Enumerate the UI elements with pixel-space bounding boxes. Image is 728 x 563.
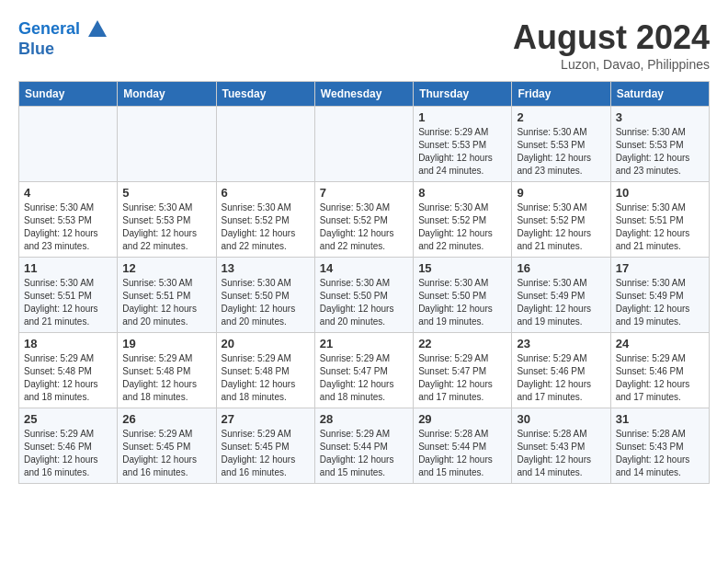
day-info: Sunrise: 5:29 AM Sunset: 5:47 PM Dayligh… (320, 352, 408, 404)
day-number: 5 (122, 186, 210, 200)
calendar-week-1: 4Sunrise: 5:30 AM Sunset: 5:53 PM Daylig… (19, 182, 710, 258)
month-year: August 2024 (513, 18, 710, 57)
calendar-cell: 14Sunrise: 5:30 AM Sunset: 5:50 PM Dayli… (314, 258, 413, 333)
calendar-cell: 29Sunrise: 5:28 AM Sunset: 5:44 PM Dayli… (414, 408, 512, 484)
calendar-cell: 8Sunrise: 5:30 AM Sunset: 5:52 PM Daylig… (414, 182, 512, 258)
weekday-header-sunday: Sunday (19, 82, 118, 107)
day-number: 29 (418, 412, 506, 426)
day-number: 23 (517, 337, 605, 350)
calendar-cell: 21Sunrise: 5:29 AM Sunset: 5:47 PM Dayli… (314, 333, 413, 408)
day-number: 24 (616, 337, 704, 350)
day-info: Sunrise: 5:30 AM Sunset: 5:51 PM Dayligh… (616, 201, 704, 253)
day-info: Sunrise: 5:29 AM Sunset: 5:46 PM Dayligh… (517, 352, 605, 404)
day-info: Sunrise: 5:29 AM Sunset: 5:46 PM Dayligh… (24, 428, 112, 479)
day-info: Sunrise: 5:29 AM Sunset: 5:48 PM Dayligh… (24, 352, 112, 404)
day-info: Sunrise: 5:30 AM Sunset: 5:52 PM Dayligh… (222, 201, 310, 253)
day-info: Sunrise: 5:29 AM Sunset: 5:45 PM Dayligh… (122, 428, 210, 479)
page-header: General Blue August 2024 Luzon, Davao, P… (18, 18, 710, 72)
calendar-cell (216, 107, 314, 182)
day-number: 12 (122, 261, 210, 275)
day-number: 20 (222, 337, 310, 350)
day-number: 9 (517, 186, 605, 200)
day-number: 2 (517, 110, 605, 124)
day-info: Sunrise: 5:29 AM Sunset: 5:44 PM Dayligh… (320, 428, 408, 479)
svg-marker-0 (88, 20, 107, 37)
day-info: Sunrise: 5:28 AM Sunset: 5:44 PM Dayligh… (418, 428, 506, 479)
calendar-cell: 3Sunrise: 5:30 AM Sunset: 5:53 PM Daylig… (610, 107, 709, 182)
day-number: 7 (320, 186, 408, 200)
day-number: 25 (24, 412, 112, 426)
day-info: Sunrise: 5:30 AM Sunset: 5:53 PM Dayligh… (517, 126, 605, 178)
weekday-header-saturday: Saturday (610, 82, 709, 107)
calendar-cell (314, 107, 413, 182)
calendar-cell (19, 107, 118, 182)
weekday-header-friday: Friday (512, 82, 610, 107)
calendar-cell: 17Sunrise: 5:30 AM Sunset: 5:49 PM Dayli… (610, 258, 709, 333)
calendar-cell: 22Sunrise: 5:29 AM Sunset: 5:47 PM Dayli… (414, 333, 512, 408)
calendar-cell: 16Sunrise: 5:30 AM Sunset: 5:49 PM Dayli… (512, 258, 610, 333)
day-number: 22 (418, 337, 506, 350)
calendar-cell: 25Sunrise: 5:29 AM Sunset: 5:46 PM Dayli… (19, 408, 118, 484)
day-number: 19 (122, 337, 210, 350)
day-info: Sunrise: 5:30 AM Sunset: 5:52 PM Dayligh… (418, 201, 506, 253)
logo: General Blue (18, 18, 108, 59)
calendar-cell: 19Sunrise: 5:29 AM Sunset: 5:48 PM Dayli… (118, 333, 216, 408)
calendar-cell: 26Sunrise: 5:29 AM Sunset: 5:45 PM Dayli… (118, 408, 216, 484)
calendar-cell: 11Sunrise: 5:30 AM Sunset: 5:51 PM Dayli… (19, 258, 118, 333)
day-number: 28 (320, 412, 408, 426)
calendar-cell: 2Sunrise: 5:30 AM Sunset: 5:53 PM Daylig… (512, 107, 610, 182)
day-number: 26 (122, 412, 210, 426)
day-info: Sunrise: 5:28 AM Sunset: 5:43 PM Dayligh… (616, 428, 704, 479)
calendar-week-0: 1Sunrise: 5:29 AM Sunset: 5:53 PM Daylig… (19, 107, 710, 182)
day-info: Sunrise: 5:30 AM Sunset: 5:53 PM Dayligh… (24, 201, 112, 253)
day-number: 30 (517, 412, 605, 426)
calendar-cell: 23Sunrise: 5:29 AM Sunset: 5:46 PM Dayli… (512, 333, 610, 408)
day-info: Sunrise: 5:30 AM Sunset: 5:50 PM Dayligh… (222, 277, 310, 328)
day-number: 1 (418, 110, 506, 124)
calendar-cell: 28Sunrise: 5:29 AM Sunset: 5:44 PM Dayli… (314, 408, 413, 484)
calendar-cell: 12Sunrise: 5:30 AM Sunset: 5:51 PM Dayli… (118, 258, 216, 333)
day-number: 31 (616, 412, 704, 426)
day-number: 14 (320, 261, 408, 275)
day-info: Sunrise: 5:30 AM Sunset: 5:50 PM Dayligh… (418, 277, 506, 328)
calendar-table: SundayMondayTuesdayWednesdayThursdayFrid… (18, 81, 710, 484)
day-info: Sunrise: 5:30 AM Sunset: 5:49 PM Dayligh… (517, 277, 605, 328)
calendar-cell: 20Sunrise: 5:29 AM Sunset: 5:48 PM Dayli… (216, 333, 314, 408)
title-block: August 2024 Luzon, Davao, Philippines (513, 18, 710, 72)
day-number: 8 (418, 186, 506, 200)
day-info: Sunrise: 5:29 AM Sunset: 5:46 PM Dayligh… (616, 352, 704, 404)
day-info: Sunrise: 5:30 AM Sunset: 5:49 PM Dayligh… (616, 277, 704, 328)
day-number: 3 (616, 110, 704, 124)
day-number: 16 (517, 261, 605, 275)
weekday-header-row: SundayMondayTuesdayWednesdayThursdayFrid… (19, 82, 710, 107)
weekday-header-monday: Monday (118, 82, 216, 107)
day-info: Sunrise: 5:30 AM Sunset: 5:52 PM Dayligh… (517, 201, 605, 253)
logo-text: General Blue (18, 18, 108, 59)
calendar-cell: 1Sunrise: 5:29 AM Sunset: 5:53 PM Daylig… (414, 107, 512, 182)
calendar-cell: 31Sunrise: 5:28 AM Sunset: 5:43 PM Dayli… (610, 408, 709, 484)
day-info: Sunrise: 5:29 AM Sunset: 5:48 PM Dayligh… (122, 352, 210, 404)
calendar-header: SundayMondayTuesdayWednesdayThursdayFrid… (19, 82, 710, 107)
calendar-cell: 13Sunrise: 5:30 AM Sunset: 5:50 PM Dayli… (216, 258, 314, 333)
calendar-cell: 5Sunrise: 5:30 AM Sunset: 5:53 PM Daylig… (118, 182, 216, 258)
day-info: Sunrise: 5:30 AM Sunset: 5:50 PM Dayligh… (320, 277, 408, 328)
calendar-cell: 7Sunrise: 5:30 AM Sunset: 5:52 PM Daylig… (314, 182, 413, 258)
calendar-cell: 10Sunrise: 5:30 AM Sunset: 5:51 PM Dayli… (610, 182, 709, 258)
calendar-body: 1Sunrise: 5:29 AM Sunset: 5:53 PM Daylig… (19, 107, 710, 484)
calendar-week-2: 11Sunrise: 5:30 AM Sunset: 5:51 PM Dayli… (19, 258, 710, 333)
day-info: Sunrise: 5:28 AM Sunset: 5:43 PM Dayligh… (517, 428, 605, 479)
day-number: 13 (222, 261, 310, 275)
calendar-cell: 24Sunrise: 5:29 AM Sunset: 5:46 PM Dayli… (610, 333, 709, 408)
day-number: 17 (616, 261, 704, 275)
day-info: Sunrise: 5:29 AM Sunset: 5:45 PM Dayligh… (222, 428, 310, 479)
day-number: 15 (418, 261, 506, 275)
calendar-cell: 6Sunrise: 5:30 AM Sunset: 5:52 PM Daylig… (216, 182, 314, 258)
day-info: Sunrise: 5:29 AM Sunset: 5:47 PM Dayligh… (418, 352, 506, 404)
weekday-header-wednesday: Wednesday (314, 82, 413, 107)
day-info: Sunrise: 5:29 AM Sunset: 5:48 PM Dayligh… (222, 352, 310, 404)
day-info: Sunrise: 5:30 AM Sunset: 5:51 PM Dayligh… (24, 277, 112, 328)
day-info: Sunrise: 5:29 AM Sunset: 5:53 PM Dayligh… (418, 126, 506, 178)
calendar-cell: 4Sunrise: 5:30 AM Sunset: 5:53 PM Daylig… (19, 182, 118, 258)
calendar-cell: 27Sunrise: 5:29 AM Sunset: 5:45 PM Dayli… (216, 408, 314, 484)
day-number: 10 (616, 186, 704, 200)
